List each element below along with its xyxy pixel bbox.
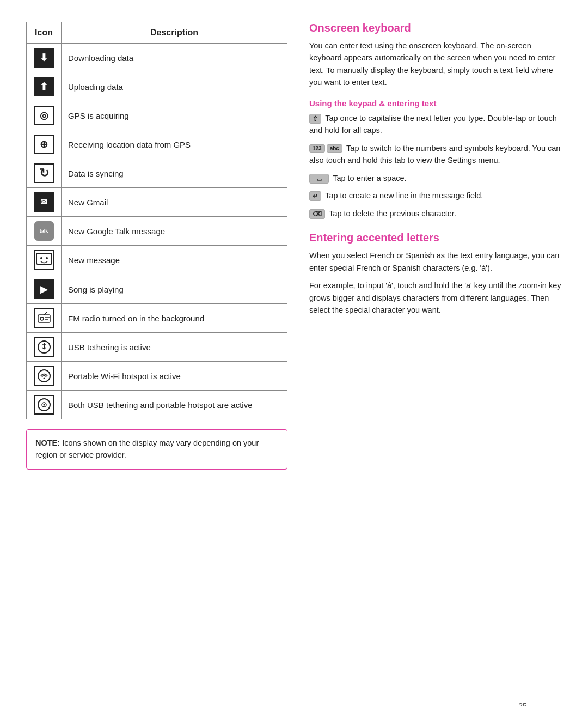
note-text: Icons shown on the display may vary depe… (35, 439, 259, 459)
table-row: talkNew Google Talk message (27, 217, 287, 246)
keypad-item-4: ↵ Tap to create a new line in the messag… (309, 190, 562, 202)
desc-cell: GPS is acquiring (62, 101, 287, 130)
keypad-item-2: 123abc Tap to switch to the numbers and … (309, 142, 562, 167)
icon-cell: ◎ (27, 101, 62, 130)
right-column: Onscreen keyboard You can enter text usi… (309, 22, 562, 322)
key-123: 123 (309, 144, 325, 153)
table-row: New message (27, 246, 287, 275)
key-newline: ↵ (309, 191, 321, 201)
table-row: ⊕Receiving location data from GPS (27, 130, 287, 159)
icon-cell: ▶ (27, 275, 62, 304)
table-row: ⬇Downloading data (27, 44, 287, 72)
icon-cell (27, 333, 62, 362)
page-number: 25 (510, 699, 536, 706)
desc-cell: Both USB tethering and portable hotspot … (62, 391, 287, 419)
desc-cell: Downloading data (62, 44, 287, 72)
accented-body2: For example, to input 'á', touch and hol… (309, 279, 562, 316)
desc-cell: New message (62, 246, 287, 275)
accented-body1: When you select French or Spanish as the… (309, 249, 562, 274)
key-shift: ⇧ (309, 114, 321, 124)
desc-cell: Song is playing (62, 275, 287, 304)
svg-point-1 (40, 257, 42, 259)
desc-cell: New Google Talk message (62, 217, 287, 246)
key-delete: ⌫ (309, 209, 325, 219)
keypad-title: Using the keypad & entering text (309, 99, 562, 108)
desc-cell: FM radio turned on in the background (62, 304, 287, 333)
onscreen-title: Onscreen keyboard (309, 22, 562, 34)
keypad-item-5: ⌫ Tap to delete the previous character. (309, 208, 562, 220)
table-row: ◎GPS is acquiring (27, 101, 287, 130)
icon-table: Icon Description ⬇Downloading data⬆Uploa… (26, 22, 287, 419)
icon-cell: talk (27, 217, 62, 246)
table-row: ▶Song is playing (27, 275, 287, 304)
note-box: NOTE: Icons shown on the display may var… (26, 429, 287, 470)
icon-cell (27, 304, 62, 333)
note-bold: NOTE: (35, 439, 60, 447)
icon-cell: ⬇ (27, 44, 62, 72)
desc-cell: New Gmail (62, 188, 287, 217)
icon-cell (27, 391, 62, 419)
svg-point-4 (40, 317, 44, 320)
keypad-text-2: Tap to switch to the numbers and symbols… (309, 144, 560, 165)
desc-cell: USB tethering is active (62, 333, 287, 362)
keypad-text-3: Tap to enter a space. (333, 174, 406, 182)
svg-point-15 (43, 378, 45, 379)
table-row: FM radio turned on in the background (27, 304, 287, 333)
table-row: Both USB tethering and portable hotspot … (27, 391, 287, 419)
keypad-text-5: Tap to delete the previous character. (329, 209, 456, 218)
key-space: ⎵ (309, 174, 329, 184)
desc-cell: Portable Wi-Fi hotspot is active (62, 362, 287, 391)
table-row: ⬆Uploading data (27, 72, 287, 101)
col-header-icon: Icon (27, 22, 62, 44)
table-row: ↻Data is syncing (27, 159, 287, 188)
icon-cell: ✉ (27, 188, 62, 217)
col-header-desc: Description (62, 22, 287, 44)
desc-cell: Data is syncing (62, 159, 287, 188)
svg-point-2 (46, 257, 48, 259)
desc-cell: Receiving location data from GPS (62, 130, 287, 159)
table-row: USB tethering is active (27, 333, 287, 362)
icon-cell: ↻ (27, 159, 62, 188)
key-abc: abc (327, 144, 342, 153)
keypad-item-3: ⎵ Tap to enter a space. (309, 172, 562, 184)
keypad-text-1: Tap once to capitalise the next letter y… (309, 114, 557, 135)
keypad-item-1: ⇧ Tap once to capitalise the next letter… (309, 112, 562, 137)
icon-cell (27, 246, 62, 275)
icon-cell (27, 362, 62, 391)
accented-title: Entering accented letters (309, 232, 562, 244)
onscreen-body: You can enter text using the onscreen ke… (309, 40, 562, 89)
page-layout: Icon Description ⬇Downloading data⬆Uploa… (26, 22, 562, 470)
left-column: Icon Description ⬇Downloading data⬆Uploa… (26, 22, 287, 470)
icon-cell: ⊕ (27, 130, 62, 159)
svg-point-18 (43, 404, 45, 406)
keypad-text-4: Tap to create a new line in the message … (325, 191, 483, 200)
table-row: Portable Wi-Fi hotspot is active (27, 362, 287, 391)
desc-cell: Uploading data (62, 72, 287, 101)
page-wrapper: Icon Description ⬇Downloading data⬆Uploa… (26, 22, 562, 706)
table-row: ✉New Gmail (27, 188, 287, 217)
icon-cell: ⬆ (27, 72, 62, 101)
